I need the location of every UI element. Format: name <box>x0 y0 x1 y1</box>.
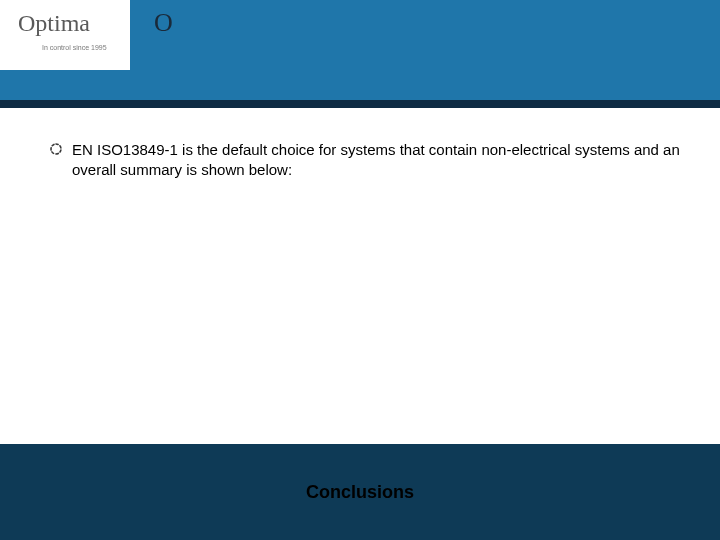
logo-area: Optima <box>0 0 130 70</box>
footer-band: Conclusions <box>0 444 720 540</box>
brand-tagline: In control since 1995 <box>42 44 107 51</box>
slide: Optima In control since 1995 O EN ISO138… <box>0 0 720 540</box>
footer-title: Conclusions <box>306 482 414 503</box>
list-item: EN ISO13849-1 is the default choice for … <box>50 140 680 181</box>
brand-mark: O <box>154 8 173 38</box>
content-area: EN ISO13849-1 is the default choice for … <box>50 140 680 181</box>
bullet-icon <box>50 143 62 155</box>
bullet-text: EN ISO13849-1 is the default choice for … <box>72 140 680 181</box>
brand-name: Optima <box>18 10 90 37</box>
header-divider <box>0 100 720 108</box>
